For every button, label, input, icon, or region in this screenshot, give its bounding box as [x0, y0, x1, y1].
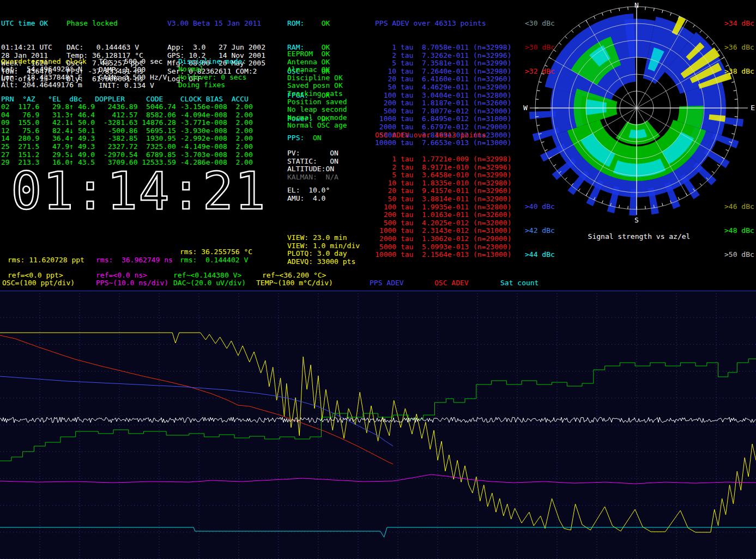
- legend-item: >34 dBc: [724, 20, 754, 28]
- signal-legend-nw: <30 dBc >30 dBc >32 dBc: [525, 4, 555, 92]
- rom-label: ROM:: [287, 19, 322, 27]
- east-label: E: [751, 104, 755, 112]
- plot-legend-osc-adev: OSC ADEV: [434, 279, 469, 287]
- legend-item: >50 dBc: [724, 251, 754, 259]
- south-label: S: [634, 216, 639, 224]
- gps-flags-block: EEPROM OK Antenna OK Almanac OK Discipli…: [287, 50, 347, 130]
- legend-item: >36 dBc: [724, 44, 754, 52]
- legend-item: >46 dBc: [724, 203, 754, 211]
- west-label: W: [523, 104, 528, 112]
- pps-value: ON: [313, 134, 322, 142]
- version-header: V3.00 Beta 15 Jan 2011: [167, 20, 265, 28]
- discipline-mode-lines: Normal Holdover: 0 secs Doing fixes: [178, 65, 246, 89]
- lady-heather-gpsdo-monitor: N E S W UTC time OK 01:14:21 UTC 28 Jan …: [0, 0, 756, 559]
- mask-block: EL: 10.0° AMU: 4.0: [287, 187, 330, 202]
- rms-pps: rms: 36.962749 ns: [96, 256, 173, 265]
- osc-adev-rows: 1 tau 1.7721e-009 (n=32998) 2 tau 8.9171…: [375, 155, 511, 259]
- legend-item: >30 dBc: [525, 44, 555, 52]
- legend-item: >32 dBc: [525, 68, 555, 76]
- signal-legend-sw: >40 dBc >42 dBc >44 dBc: [525, 187, 555, 275]
- phase-status-header: Phase locked: [66, 20, 143, 28]
- sat-table-rows: 02 117.6 29.8↑ 46.9 2436.89 5046.74 -3.1…: [1, 103, 253, 167]
- status-row-rom: ROM: OK: [287, 20, 330, 28]
- legend-item: <30 dBc: [525, 20, 555, 28]
- plot-legend-pps-adev: PPS ADEV: [370, 279, 404, 287]
- pps-state-row: PPS: ON: [287, 134, 322, 142]
- rom-value: OK: [322, 19, 330, 27]
- signal-legend-ne: >34 dBc >36 dBc >38 dBc: [724, 4, 754, 92]
- plot-legend-sat-count: Sat count: [500, 279, 539, 287]
- osc-adev-block: OSC ADEV over 46313 points 1 tau 1.7721e…: [375, 116, 511, 275]
- scale-temp: TEMP~(100 m°C/div): [256, 279, 333, 287]
- pps-adev-header: PPS ADEV over 46313 points: [375, 20, 511, 28]
- rms-temp: rms: 36.255756 °C: [180, 248, 252, 256]
- scale-dac: DAC~(20.0 uV/div): [173, 279, 246, 287]
- north-label: N: [634, 1, 639, 9]
- legend-item: >44 dBc: [525, 251, 555, 259]
- pps-label: PPS:: [287, 134, 313, 142]
- legend-item: >40 dBc: [525, 203, 555, 211]
- view-block: VIEW: 23.0 min VIEW: 1.0 min/div PLOTQ: …: [287, 234, 360, 266]
- scale-pps: PPS~(10.0 ns/div): [96, 279, 168, 287]
- big-digital-clock: 01:14:21: [11, 163, 267, 220]
- kalman-row: KALMAN: N/A: [287, 173, 338, 182]
- signal-legend-se: >46 dBc >48 dBc >50 dBc: [724, 187, 754, 275]
- position-block: Lat: 54.4964928° N Lon: 18.4337848° E Al…: [1, 65, 82, 89]
- time-status-header: UTC time OK: [1, 20, 52, 28]
- satellite-polar-plot: N E S W: [522, 0, 756, 226]
- history-plot: [0, 291, 756, 559]
- legend-item: >38 dBc: [724, 68, 754, 76]
- osc-adev-header: OSC ADEV over 46313 points: [375, 131, 511, 140]
- polar-caption: Signal strength vs az/el: [522, 233, 756, 241]
- rms-osc: rms: 11.620728 ppt: [8, 256, 84, 265]
- fix-flags-block: PV: ON STATIC: ON ALTITUDE:ON: [287, 149, 338, 173]
- scale-osc: OSC=(100 ppt/div): [2, 279, 75, 287]
- loop-params-block: TC: 500.0 sec DAMP: 1.200 GAIN:-3.500 Hz…: [99, 58, 167, 89]
- rms-dac: rms: 0.144402 V: [180, 256, 248, 265]
